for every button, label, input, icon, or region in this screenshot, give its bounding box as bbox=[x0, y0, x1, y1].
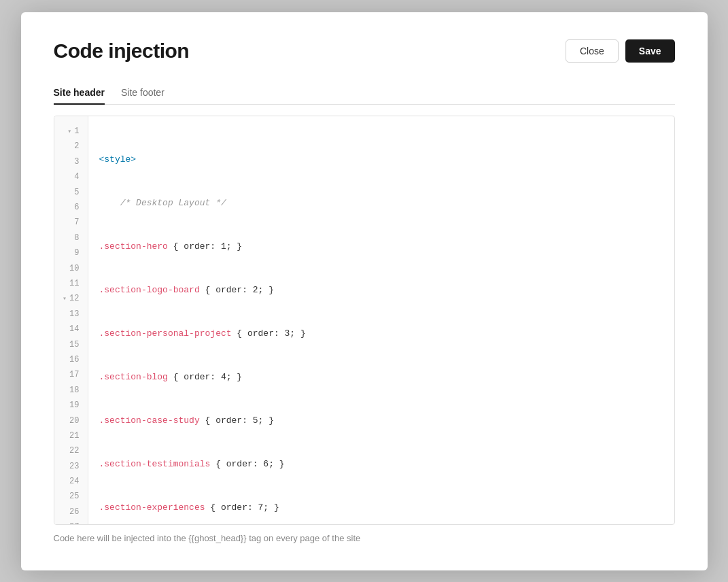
line-num-15: 15 bbox=[54, 337, 88, 352]
line-num-20: 20 bbox=[54, 413, 88, 428]
line-num-7: 7 bbox=[54, 216, 88, 230]
line-num-17: 17 bbox=[54, 368, 88, 383]
line-num-3: 3 bbox=[54, 154, 88, 169]
page-title: Code injection bbox=[54, 39, 190, 63]
line-num-19: 19 bbox=[54, 398, 88, 413]
line-num-1: ▾1 bbox=[54, 124, 88, 139]
line-num-21: 21 bbox=[54, 428, 88, 443]
line-num-14: 14 bbox=[54, 322, 88, 337]
code-content: ▾1 2 3 4 5 6 7 8 9 10 11 ▾12 13 14 15 16 bbox=[54, 116, 674, 524]
line-num-6: 6 bbox=[54, 200, 88, 215]
line-numbers: ▾1 2 3 4 5 6 7 8 9 10 11 ▾12 13 14 15 16 bbox=[54, 116, 88, 524]
header-buttons: Close Save bbox=[566, 39, 675, 63]
line-num-24: 24 bbox=[54, 474, 88, 489]
code-line-1: <style> bbox=[99, 152, 674, 167]
tab-site-footer[interactable]: Site footer bbox=[121, 82, 164, 105]
code-lines[interactable]: <style> /* Desktop Layout */ .section-he… bbox=[88, 116, 674, 524]
line-num-2: 2 bbox=[54, 139, 88, 154]
line-num-5: 5 bbox=[54, 185, 88, 200]
line-num-12: ▾12 bbox=[54, 292, 88, 307]
line-num-13: 13 bbox=[54, 307, 88, 322]
code-editor[interactable]: ▾1 2 3 4 5 6 7 8 9 10 11 ▾12 13 14 15 16 bbox=[54, 116, 675, 525]
modal-header: Code injection Close Save bbox=[54, 39, 675, 63]
line-num-10: 10 bbox=[54, 261, 88, 276]
save-button[interactable]: Save bbox=[625, 39, 675, 63]
code-line-3: .section-hero { order: 1; } bbox=[99, 239, 674, 254]
code-injection-modal: Code injection Close Save Site header Si… bbox=[21, 12, 708, 570]
code-line-4: .section-logo-board { order: 2; } bbox=[99, 283, 674, 298]
line-num-11: 11 bbox=[54, 276, 88, 291]
modal-overlay: Code injection Close Save Site header Si… bbox=[0, 0, 728, 582]
code-line-8: .section-testimonials { order: 6; } bbox=[99, 457, 674, 472]
code-line-6: .section-blog { order: 4; } bbox=[99, 370, 674, 385]
line-num-27: 27 bbox=[54, 520, 88, 524]
line-num-25: 25 bbox=[54, 490, 88, 504]
code-line-7: .section-case-study { order: 5; } bbox=[99, 413, 674, 428]
code-line-9: .section-experiences { order: 7; } bbox=[99, 500, 674, 515]
close-button[interactable]: Close bbox=[566, 39, 619, 63]
line-num-18: 18 bbox=[54, 383, 88, 398]
tabs-bar: Site header Site footer bbox=[54, 82, 675, 105]
line-num-23: 23 bbox=[54, 459, 88, 474]
line-num-16: 16 bbox=[54, 352, 88, 367]
line-num-26: 26 bbox=[54, 504, 88, 519]
line-num-22: 22 bbox=[54, 444, 88, 459]
line-num-4: 4 bbox=[54, 170, 88, 185]
tab-site-header[interactable]: Site header bbox=[54, 82, 105, 105]
footer-note: Code here will be injected into the {{gh… bbox=[54, 533, 675, 543]
line-num-9: 9 bbox=[54, 246, 88, 261]
code-line-2: /* Desktop Layout */ bbox=[99, 196, 674, 211]
line-num-8: 8 bbox=[54, 230, 88, 245]
code-line-5: .section-personal-project { order: 3; } bbox=[99, 326, 674, 341]
